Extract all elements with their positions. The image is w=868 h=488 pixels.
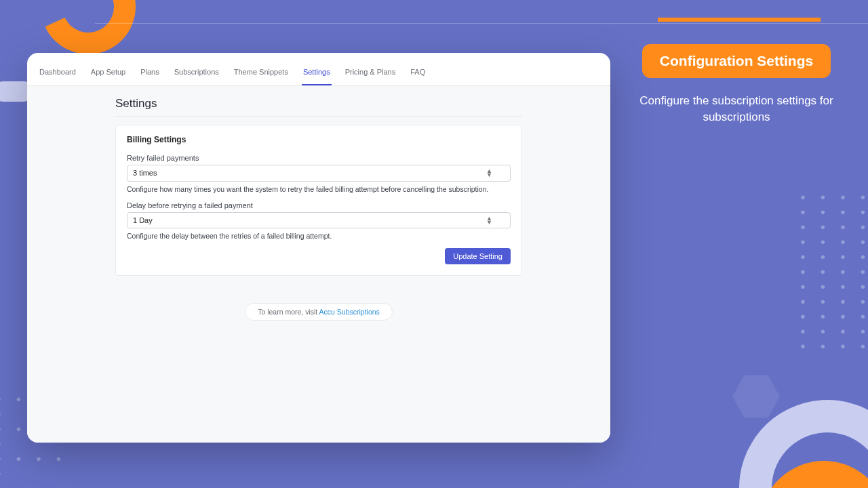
promo-heading: Configuration Settings — [642, 44, 831, 78]
tab-plans[interactable]: Plans — [139, 65, 161, 85]
update-setting-button[interactable]: Update Setting — [445, 248, 511, 264]
tab-faq[interactable]: FAQ — [409, 65, 427, 85]
delay-select-value: 1 Day — [133, 216, 153, 224]
billing-settings-card: Billing Settings Retry failed payments 3… — [115, 125, 522, 276]
tab-subscriptions[interactable]: Subscriptions — [173, 65, 220, 85]
promo-sidebar: Configuration Settings Configure the sub… — [628, 44, 845, 125]
nav-tabs: Dashboard App Setup Plans Subscriptions … — [27, 53, 610, 86]
tab-app-setup[interactable]: App Setup — [90, 65, 127, 85]
app-window: Dashboard App Setup Plans Subscriptions … — [27, 53, 610, 443]
chevron-updown-icon: ▲▼ — [486, 216, 492, 225]
tab-pricing-plans[interactable]: Pricing & Plans — [344, 65, 397, 85]
title-divider — [115, 116, 522, 117]
page-title: Settings — [115, 97, 522, 110]
decor-hexagon — [732, 373, 780, 420]
promo-description: Configure the subscription settings for … — [628, 93, 845, 125]
learn-more-prefix: To learn more, visit — [258, 308, 319, 316]
retry-select-value: 3 times — [133, 169, 157, 177]
learn-more-link[interactable]: Accu Subscriptions — [319, 308, 380, 316]
billing-card-title: Billing Settings — [127, 135, 511, 144]
tab-dashboard[interactable]: Dashboard — [38, 65, 77, 85]
tab-settings[interactable]: Settings — [302, 65, 332, 85]
chevron-updown-icon: ▲▼ — [486, 169, 492, 178]
decor-top-rule — [95, 23, 868, 24]
retry-help-text: Configure how many times you want the sy… — [127, 185, 511, 193]
decor-dots-right: ● ● ● ●● ● ● ●● ● ● ●● ● ● ●● ● ● ●● ● ●… — [800, 190, 868, 354]
delay-select[interactable]: 1 Day ▲▼ — [127, 212, 511, 229]
delay-label: Delay before retrying a failed payment — [127, 201, 511, 209]
button-row: Update Setting — [127, 248, 511, 264]
page-body: Settings Billing Settings Retry failed p… — [27, 86, 610, 443]
retry-select[interactable]: 3 times ▲▼ — [127, 165, 511, 182]
decor-orange-bar — [658, 18, 821, 22]
retry-label: Retry failed payments — [127, 154, 511, 162]
delay-help-text: Configure the delay between the retries … — [127, 232, 511, 240]
learn-more-pill: To learn more, visit Accu Subscriptions — [245, 303, 393, 321]
tab-theme-snippets[interactable]: Theme Snippets — [233, 65, 290, 85]
